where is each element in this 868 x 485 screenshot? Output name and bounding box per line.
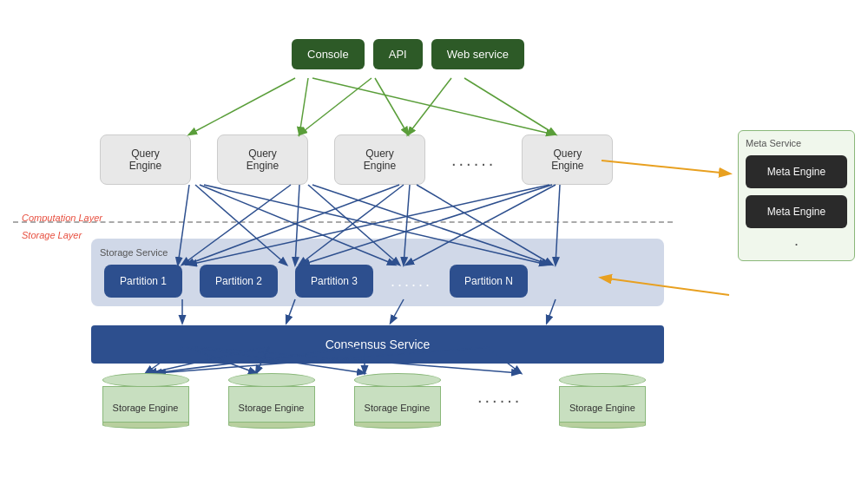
layer-divider — [13, 221, 673, 223]
query-engines-container: Query Engine Query Engine Query Engine .… — [100, 134, 613, 185]
svg-line-2 — [299, 78, 372, 134]
web-service-box: Web service — [431, 39, 524, 69]
svg-line-1 — [299, 78, 308, 134]
meta-service-container: Meta Service Meta Engine Meta Engine · — [738, 130, 855, 261]
storage-service-label: Storage Service — [100, 247, 655, 258]
query-engine-4: Query Engine — [522, 134, 613, 185]
query-engine-1: Query Engine — [100, 134, 191, 185]
storage-engine-4: Storage Engine — [556, 373, 648, 429]
meta-engine-2: Meta Engine — [746, 195, 847, 228]
storage-engine-2: Storage Engine — [226, 373, 317, 429]
partition-dots: ...... — [391, 272, 432, 291]
meta-dots: · — [746, 235, 847, 253]
svg-line-4 — [408, 78, 451, 134]
svg-line-3 — [375, 78, 408, 134]
partitions-container: Partition 1 Partition 2 Partition 3 ....… — [100, 265, 655, 298]
partition-3: Partition 3 — [295, 265, 373, 298]
query-engine-dots: ...... — [451, 150, 496, 170]
svg-line-5 — [464, 78, 556, 134]
console-box: Console — [292, 39, 365, 69]
storage-engine-3: Storage Engine — [352, 373, 443, 429]
meta-service-label: Meta Service — [746, 138, 847, 148]
top-boxes-container: Console API Web service — [292, 39, 524, 69]
partition-n: Partition N — [450, 265, 528, 298]
storage-engines-container: Storage Engine Storage Engine Storage En… — [100, 373, 648, 429]
svg-line-37 — [602, 161, 729, 174]
consensus-service: Consensus Service — [91, 325, 664, 364]
architecture-diagram: Console API Web service Query Engine Que… — [0, 0, 868, 485]
storage-engine-dots: ...... — [477, 387, 522, 407]
query-engine-3: Query Engine — [334, 134, 425, 185]
partition-1: Partition 1 — [104, 265, 182, 298]
storage-layer-label: Storage Layer — [22, 230, 82, 240]
partition-2: Partition 2 — [200, 265, 278, 298]
api-box: API — [373, 39, 423, 69]
storage-engine-1: Storage Engine — [100, 373, 191, 429]
svg-line-0 — [189, 78, 295, 134]
svg-line-6 — [312, 78, 554, 134]
query-engine-2: Query Engine — [217, 134, 308, 185]
storage-service-container: Storage Service Partition 1 Partition 2 … — [91, 239, 664, 306]
meta-engine-1: Meta Engine — [746, 155, 847, 188]
